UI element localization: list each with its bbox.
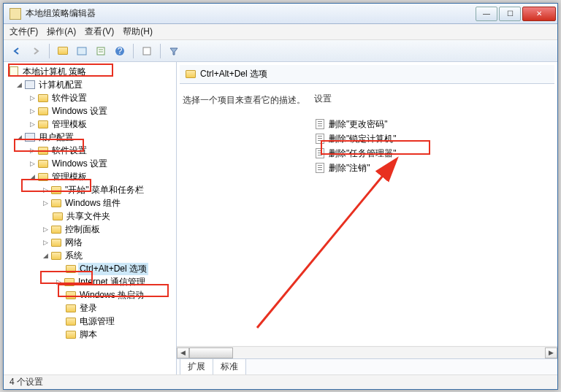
collapse-icon[interactable]: ◢ (42, 252, 49, 259)
expand-icon[interactable]: ▷ (42, 186, 49, 193)
setting-icon (314, 118, 326, 130)
help-button[interactable]: ? (111, 42, 129, 60)
tree-computer-config[interactable]: ◢计算机配置 (4, 78, 176, 91)
folder-icon (37, 158, 49, 169)
svg-rect-1 (97, 47, 104, 55)
folder-icon (65, 264, 77, 274)
tree-item[interactable]: ▷Internet 通信管理 (4, 275, 176, 288)
tree-item[interactable]: Windows 热启动 (4, 288, 176, 301)
column-header-setting[interactable]: 设置 (314, 93, 554, 108)
svg-text:?: ? (118, 46, 123, 56)
expand-icon[interactable]: ▷ (28, 120, 36, 128)
description-text: 选择一个项目来查看它的描述。 (183, 93, 314, 346)
statusbar: 4 个设置 (4, 374, 557, 389)
tab-extended[interactable]: 扩展 (180, 358, 213, 374)
setting-item-lock-computer[interactable]: 删除"锁定计算机" (314, 131, 554, 146)
folder-icon (37, 119, 49, 129)
scroll-right-button[interactable]: ▶ (545, 347, 557, 358)
tree-item[interactable]: 共享文件夹 (4, 210, 176, 223)
menu-file[interactable]: 文件(F) (9, 26, 38, 38)
tree-item[interactable]: 脚本 (4, 328, 176, 341)
collapse-icon[interactable]: ◢ (15, 134, 23, 141)
expand-icon[interactable]: ▷ (28, 147, 36, 154)
export-button[interactable] (92, 42, 110, 60)
scroll-thumb[interactable] (189, 347, 233, 358)
properties-button[interactable] (138, 42, 156, 60)
folder-icon (50, 224, 62, 234)
tree-item[interactable]: ▷软件设置 (4, 144, 176, 157)
tree-item[interactable]: ▷控制面板 (4, 223, 176, 236)
toolbar-separator (49, 44, 50, 58)
toolbar-separator (133, 44, 134, 58)
tree-item[interactable]: ▷网络 (4, 236, 176, 249)
scroll-left-button[interactable]: ◀ (177, 347, 189, 358)
window-title: 本地组策略编辑器 (26, 7, 476, 20)
titlebar: 本地组策略编辑器 — ☐ ✕ (4, 4, 557, 24)
maximize-button[interactable]: ☐ (499, 7, 521, 21)
folder-icon (37, 172, 49, 182)
tree-system[interactable]: ◢系统 (4, 249, 176, 262)
scroll-track[interactable] (189, 347, 545, 358)
computer-icon (24, 132, 36, 142)
folder-icon (37, 106, 49, 116)
minimize-button[interactable]: — (476, 7, 497, 21)
tree-item[interactable]: ▷软件设置 (4, 91, 176, 104)
gpedit-window: 本地组策略编辑器 — ☐ ✕ 文件(F) 操作(A) 查看(V) 帮助(H) ?… (3, 3, 558, 390)
back-button[interactable] (8, 42, 26, 60)
toolbar-separator (160, 44, 161, 58)
collapse-icon[interactable]: ◢ (28, 173, 36, 180)
menu-help[interactable]: 帮助(H) (123, 26, 153, 38)
tree-item[interactable]: ▷"开始" 菜单和任务栏 (4, 183, 176, 196)
folder-icon (64, 277, 75, 287)
expand-icon[interactable]: ▷ (42, 226, 49, 233)
tab-standard[interactable]: 标准 (213, 358, 246, 374)
window-controls: — ☐ ✕ (476, 7, 557, 21)
show-hide-tree-button[interactable] (73, 42, 91, 60)
tree-admin-templates[interactable]: ◢管理模板 (4, 170, 176, 183)
svg-rect-4 (143, 47, 150, 55)
status-text: 4 个设置 (9, 376, 43, 388)
folder-icon (50, 185, 62, 195)
tree-item[interactable]: ▷Windows 组件 (4, 196, 176, 210)
setting-icon (314, 147, 326, 159)
folder-icon (37, 145, 49, 155)
expand-icon[interactable]: ▷ (28, 107, 36, 115)
menu-view[interactable]: 查看(V) (85, 26, 114, 38)
tree-ctrl-alt-del[interactable]: Ctrl+Alt+Del 选项 (4, 262, 176, 275)
tree-item[interactable]: ▷Windows 设置 (4, 104, 176, 118)
details-title: Ctrl+Alt+Del 选项 (200, 68, 267, 80)
setting-item-logoff[interactable]: 删除"注销" (314, 161, 554, 175)
svg-rect-0 (77, 47, 86, 55)
app-icon (9, 8, 21, 20)
folder-icon (65, 329, 77, 339)
folder-icon (50, 198, 62, 208)
tree-item[interactable]: ▷Windows 设置 (4, 157, 176, 170)
tree-item[interactable]: ▷管理模板 (4, 118, 176, 131)
expand-icon[interactable]: ▷ (55, 278, 62, 285)
tree-item[interactable]: 电源管理 (4, 315, 176, 328)
tree-root[interactable]: 本地计算机 策略 (4, 65, 176, 78)
expand-icon[interactable]: ▷ (28, 160, 36, 167)
menu-action[interactable]: 操作(A) (47, 26, 76, 38)
setting-icon (314, 162, 326, 174)
toolbar: ? (4, 40, 557, 62)
tree-item[interactable]: 登录 (4, 301, 176, 315)
folder-icon (52, 211, 64, 221)
folder-icon (50, 237, 62, 247)
setting-item-change-password[interactable]: 删除"更改密码" (314, 117, 554, 131)
setting-item-task-manager[interactable]: 删除"任务管理器" (314, 146, 554, 161)
up-button[interactable] (54, 42, 72, 60)
folder-icon (186, 70, 196, 78)
horizontal-scrollbar[interactable]: ◀ ▶ (177, 346, 557, 358)
expand-icon[interactable]: ▷ (28, 94, 36, 101)
setting-icon (314, 133, 326, 145)
tree-user-config[interactable]: ◢用户配置 (4, 131, 176, 144)
doc-icon (8, 66, 20, 77)
policy-tree: 本地计算机 策略 ◢计算机配置 ▷软件设置 ▷Windows 设置 ▷管理模板 … (4, 62, 176, 344)
expand-icon[interactable]: ▷ (42, 239, 49, 246)
filter-button[interactable] (165, 42, 183, 60)
close-button[interactable]: ✕ (522, 7, 556, 21)
expand-icon[interactable]: ▷ (42, 199, 49, 207)
collapse-icon[interactable]: ◢ (15, 81, 23, 88)
forward-button[interactable] (27, 42, 45, 60)
